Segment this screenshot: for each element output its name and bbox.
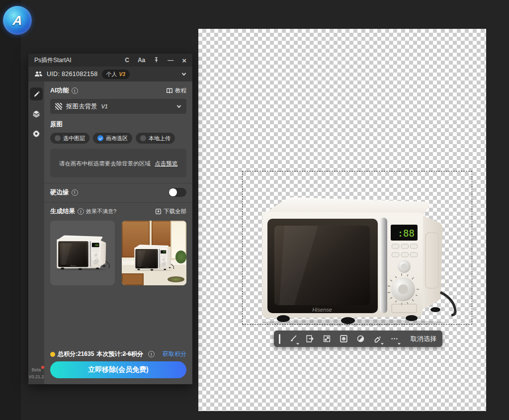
estimate-label: 本次预计:2-6积分 (96, 350, 143, 358)
ai-section-header: AI功能 ! 教程 (50, 86, 186, 95)
option-label: 选中图层 (63, 135, 85, 142)
food-plate (168, 276, 184, 282)
canvas-floating-toolbar: 取消选择 (274, 331, 442, 347)
gear-icon (32, 130, 40, 138)
panel-content: AI功能 ! 教程 抠图去背景 V1 (44, 82, 192, 384)
hard-edge-label: 硬边缘 (50, 188, 69, 197)
divider (44, 202, 192, 203)
document-canvas[interactable]: Hisense :88 (198, 29, 486, 411)
account-type: 个人 (106, 71, 117, 78)
photoshop-workspace: A (0, 0, 509, 420)
chevron-down-icon (176, 104, 181, 109)
cancel-selection-button[interactable]: 取消选择 (411, 335, 437, 343)
coin-icon (50, 352, 55, 357)
selection-hint-box: 请在画布中框选需要去除背景的区域 点击预览 (50, 149, 186, 177)
radio-off-icon (55, 135, 61, 141)
credits-row: 总积分:21635 本次预计:2-6积分 ! 获取积分 (50, 350, 186, 358)
panel-title: Ps插件StartAI (34, 56, 72, 65)
option-selected-layer[interactable]: 选中图层 (50, 133, 89, 144)
info-icon[interactable]: ! (78, 208, 84, 215)
ai-section-label: AI功能 (50, 86, 69, 95)
refresh-icon[interactable]: C (125, 57, 129, 63)
plant (175, 251, 186, 263)
version-number: V0.21.2 (28, 374, 44, 379)
account-row[interactable]: UID: 8261082158 个人 V3 (28, 67, 192, 82)
edit-tool-tab[interactable] (30, 87, 43, 100)
info-icon[interactable]: ! (72, 189, 78, 196)
function-version: V1 (101, 103, 108, 109)
settings-tab[interactable] (30, 127, 43, 140)
users-icon (34, 71, 43, 78)
more-icon[interactable] (386, 331, 403, 347)
source-section-label: 原图 (50, 120, 186, 129)
microwave-image: Hisense :88 (254, 193, 458, 327)
preview-link[interactable]: 点击预览 (155, 161, 177, 167)
info-icon[interactable]: ! (72, 87, 78, 94)
function-select[interactable]: 抠图去背景 V1 (50, 99, 186, 114)
pencil-icon (33, 90, 40, 98)
radio-off-icon (140, 135, 146, 141)
hard-edge-row: 硬边缘 ! (50, 188, 186, 197)
move-selection-icon[interactable] (301, 331, 318, 347)
account-version: V3 (119, 72, 125, 77)
info-icon[interactable]: ! (148, 351, 155, 357)
font-size-icon[interactable]: Aa (138, 57, 145, 63)
hard-edge-toggle[interactable] (169, 188, 186, 197)
cutout-function-icon (55, 103, 62, 110)
total-credits: 总积分:21635 (58, 350, 94, 358)
magic-eraser-icon[interactable] (369, 331, 386, 347)
book-icon (166, 87, 173, 94)
result-thumbnail-cutout[interactable] (50, 221, 115, 285)
brush-icon[interactable] (284, 331, 301, 347)
hint-text: 请在画布中框选需要去除背景的区域 (59, 161, 151, 167)
startai-logo[interactable]: A (3, 6, 32, 35)
divider (44, 183, 192, 183)
transform-icon[interactable] (318, 331, 335, 347)
minimize-icon[interactable]: — (168, 57, 173, 63)
remove-now-button[interactable]: 立即移除(会员免费) (50, 361, 186, 378)
results-header: 生成结果 ! 效果不满意? 下载全部 (50, 207, 186, 216)
panel-titlebar[interactable]: Ps插件StartAI C Aa — × (28, 54, 192, 67)
estimate-value: 2-6积分 (122, 350, 143, 357)
tutorial-button[interactable]: 教程 (166, 87, 186, 94)
option-local-upload[interactable]: 本地上传 (136, 133, 175, 144)
download-all-button[interactable]: 下载全部 (155, 208, 186, 215)
account-badge: 个人 V3 (102, 70, 130, 79)
tutorial-label: 教程 (175, 87, 186, 94)
option-label: 画布选区 (106, 135, 128, 142)
close-icon[interactable]: × (182, 57, 186, 64)
radio-checked-icon (97, 135, 103, 141)
chevron-down-icon[interactable] (181, 72, 186, 77)
results-label: 生成结果 (50, 207, 75, 216)
beta-label: Beta (32, 367, 41, 374)
logo-letter: A (12, 13, 23, 28)
download-all-label: 下载全部 (164, 208, 186, 215)
workspace-left-strip (0, 0, 21, 420)
toolbar-drag-handle[interactable] (279, 334, 280, 344)
startai-plugin-panel: Ps插件StartAI C Aa — × UID: 8261082158 个人 … (28, 54, 192, 384)
option-canvas-selection[interactable]: 画布选区 (93, 133, 132, 144)
layers-tab[interactable] (30, 107, 43, 120)
result-thumbnail-kitchen[interactable] (122, 221, 186, 285)
source-options: 选中图层 画布选区 本地上传 (50, 133, 186, 144)
plugin-version: Beta V0.21.2 (28, 367, 44, 380)
mask-icon[interactable] (335, 331, 352, 347)
download-icon (155, 208, 162, 215)
results-thumbnails (50, 221, 186, 285)
option-label: 本地上传 (149, 135, 170, 142)
function-name: 抠图去背景 (66, 102, 97, 111)
get-credits-link[interactable]: 获取积分 (163, 350, 186, 358)
contrast-icon[interactable] (352, 331, 369, 347)
uid-value: UID: 8261082158 (47, 71, 98, 78)
pin-icon[interactable] (154, 57, 159, 64)
feedback-link[interactable]: 效果不满意? (86, 208, 116, 215)
layers-icon (32, 110, 40, 118)
kitchen-lower-cabinet (122, 273, 144, 285)
panel-side-rail: Beta V0.21.2 (28, 82, 44, 384)
